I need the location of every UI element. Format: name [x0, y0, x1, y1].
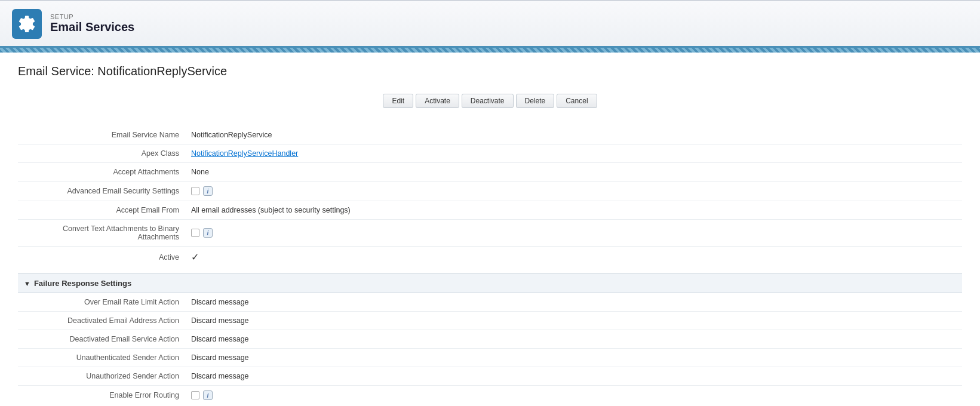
apex-class-label: Apex Class [18, 144, 185, 163]
accept-attachments-label: Accept Attachments [18, 163, 185, 182]
edit-button[interactable]: Edit [383, 94, 413, 108]
active-row: Active ✓ [18, 247, 962, 268]
apex-class-row: Apex Class NotificationReplyServiceHandl… [18, 144, 962, 163]
page-title: Email Service: NotificationReplyService [18, 64, 962, 83]
accept-attachments-value: None [185, 163, 962, 182]
enable-error-routing-value: i [185, 386, 962, 405]
unauthenticated-row: Unauthenticated Sender Action Discard me… [18, 349, 962, 367]
collapse-triangle-icon[interactable]: ▼ [24, 280, 30, 287]
over-email-rate-label: Over Email Rate Limit Action [18, 293, 185, 312]
accept-email-from-row: Accept Email From All email addresses (s… [18, 201, 962, 220]
convert-text-checkbox[interactable] [191, 229, 199, 237]
convert-text-row: Convert Text Attachments to Binary Attac… [18, 220, 962, 247]
active-value: ✓ [185, 247, 962, 268]
apex-class-link[interactable]: NotificationReplyServiceHandler [191, 149, 298, 158]
deactivated-address-value: Discard message [185, 312, 962, 330]
deactivated-service-label: Deactivated Email Service Action [18, 330, 185, 349]
enable-error-routing-row: Enable Error Routing i [18, 386, 962, 405]
app-icon [12, 9, 42, 39]
main-content: Email Service: NotificationReplyService … [0, 53, 980, 406]
cancel-button[interactable]: Cancel [557, 94, 597, 108]
setup-label: SETUP [50, 13, 134, 20]
deactivated-service-value: Discard message [185, 330, 962, 349]
header-text-group: SETUP Email Services [50, 13, 134, 34]
over-email-rate-row: Over Email Rate Limit Action Discard mes… [18, 293, 962, 312]
unauthorized-label: Unauthorized Sender Action [18, 367, 185, 386]
convert-text-label: Convert Text Attachments to Binary Attac… [18, 220, 185, 247]
unauthenticated-label: Unauthenticated Sender Action [18, 349, 185, 367]
email-service-name-row: Email Service Name NotificationReplyServ… [18, 126, 962, 144]
convert-text-value: i [185, 220, 962, 247]
unauthorized-value: Discard message [185, 367, 962, 386]
deactivated-address-row: Deactivated Email Address Action Discard… [18, 312, 962, 330]
advanced-security-checkbox[interactable] [191, 187, 199, 195]
deactivated-address-label: Deactivated Email Address Action [18, 312, 185, 330]
deactivated-service-row: Deactivated Email Service Action Discard… [18, 330, 962, 349]
activate-button[interactable]: Activate [416, 94, 459, 108]
advanced-email-security-label: Advanced Email Security Settings [18, 182, 185, 201]
enable-error-routing-label: Enable Error Routing [18, 386, 185, 405]
active-label: Active [18, 247, 185, 268]
advanced-security-info-icon[interactable]: i [203, 186, 213, 196]
advanced-email-security-value: i [185, 182, 962, 201]
accept-email-from-label: Accept Email From [18, 201, 185, 220]
email-service-name-label: Email Service Name [18, 126, 185, 144]
failure-response-title: Failure Response Settings [34, 279, 131, 288]
accept-email-from-value: All email addresses (subject to security… [185, 201, 962, 220]
page-header: SETUP Email Services [0, 0, 980, 48]
email-service-name-value: NotificationReplyService [185, 126, 962, 144]
enable-error-routing-info-icon[interactable]: i [203, 390, 213, 400]
over-email-rate-value: Discard message [185, 293, 962, 312]
failure-response-table: Over Email Rate Limit Action Discard mes… [18, 293, 962, 405]
action-buttons-row: Edit Activate Deactivate Delete Cancel [18, 94, 962, 114]
advanced-email-security-row: Advanced Email Security Settings i [18, 182, 962, 201]
failure-response-section-header: ▼ Failure Response Settings [18, 273, 962, 293]
unauthenticated-value: Discard message [185, 349, 962, 367]
form-table: Email Service Name NotificationReplyServ… [18, 126, 962, 267]
deactivate-button[interactable]: Deactivate [462, 94, 514, 108]
convert-text-info-icon[interactable]: i [203, 228, 213, 238]
active-checkmark: ✓ [191, 252, 199, 262]
apex-class-value: NotificationReplyServiceHandler [185, 144, 962, 163]
decorative-stripe [0, 48, 980, 53]
delete-button[interactable]: Delete [516, 94, 555, 108]
enable-error-routing-checkbox[interactable] [191, 391, 199, 399]
accept-attachments-row: Accept Attachments None [18, 163, 962, 182]
app-title: Email Services [50, 20, 134, 34]
unauthorized-row: Unauthorized Sender Action Discard messa… [18, 367, 962, 386]
